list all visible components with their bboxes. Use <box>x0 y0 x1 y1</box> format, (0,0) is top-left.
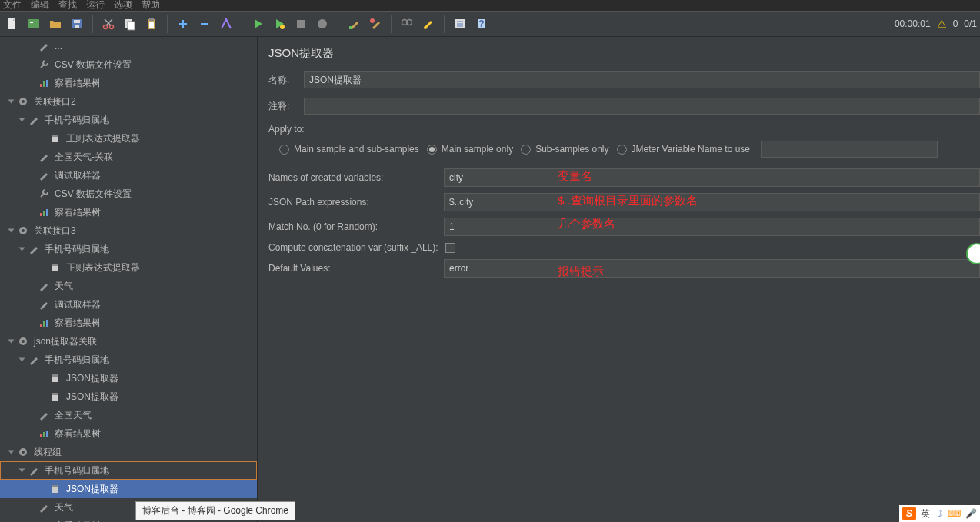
start-icon[interactable] <box>248 15 267 33</box>
tree-item[interactable]: 正则表达式提取器 <box>0 129 257 148</box>
comment-input[interactable] <box>304 98 980 115</box>
chevron-icon[interactable] <box>27 42 36 51</box>
chevron-icon[interactable] <box>38 484 48 494</box>
tree-item[interactable]: 正则表达式提取器 <box>0 258 257 277</box>
jmeter-var-input[interactable] <box>761 141 938 158</box>
sogou-icon[interactable]: S <box>902 507 916 520</box>
start-no-pause-icon[interactable] <box>270 15 288 33</box>
tree-item[interactable]: 手机号码归属地 <box>0 351 257 369</box>
menu-item[interactable]: 运行 <box>86 0 105 11</box>
chevron-icon[interactable] <box>6 337 15 346</box>
chevron-icon[interactable] <box>27 503 36 512</box>
ime-lang[interactable]: 英 <box>921 507 930 520</box>
ime-bar[interactable]: S 英 ☽ ⌨ 🎤 <box>899 505 980 522</box>
tree-item[interactable]: 察看结果树 <box>0 74 257 92</box>
toggle-icon[interactable] <box>217 15 235 33</box>
chevron-icon[interactable] <box>6 97 15 106</box>
cut-icon[interactable] <box>99 15 118 33</box>
menu-item[interactable]: 帮助 <box>142 0 160 11</box>
tree-item[interactable]: 关联接口3 <box>0 221 257 240</box>
chevron-icon[interactable] <box>27 411 36 420</box>
clear-icon[interactable] <box>345 15 363 33</box>
reset-search-icon[interactable] <box>419 15 438 33</box>
name-input[interactable] <box>304 71 980 88</box>
chevron-icon[interactable] <box>6 226 15 235</box>
chevron-icon[interactable] <box>27 300 36 309</box>
radio-main-sub[interactable]: Main sample and sub-samples <box>279 144 419 155</box>
menu-item[interactable]: 编辑 <box>31 0 49 11</box>
chevron-icon[interactable] <box>38 392 48 401</box>
tree-item[interactable]: 手机号码归属地 <box>0 461 257 480</box>
tree-item[interactable]: CSV 数据文件设置 <box>0 55 257 74</box>
radio-main-only[interactable]: Main sample only <box>427 144 513 155</box>
stop-icon[interactable] <box>292 15 310 33</box>
default-values-input[interactable] <box>444 259 980 278</box>
chevron-icon[interactable] <box>27 281 36 291</box>
chevron-icon[interactable] <box>17 115 26 125</box>
clear-all-icon[interactable] <box>366 15 385 33</box>
paste-icon[interactable] <box>142 15 161 33</box>
chevron-icon[interactable] <box>38 374 48 383</box>
new-file-icon[interactable] <box>3 15 22 33</box>
chevron-icon[interactable] <box>17 355 26 364</box>
copy-icon[interactable] <box>121 15 139 33</box>
json-path-input[interactable] <box>444 193 980 211</box>
chevron-icon[interactable] <box>27 429 36 438</box>
tree-item[interactable]: 关联接口2 <box>0 92 257 111</box>
mic-icon[interactable]: 🎤 <box>965 508 977 519</box>
collapse-icon[interactable] <box>195 15 214 33</box>
chevron-icon[interactable] <box>27 171 36 180</box>
keyboard-icon[interactable]: ⌨ <box>948 508 961 519</box>
tree-item[interactable]: 察看结果树 <box>0 203 257 221</box>
tree-item[interactable]: json提取器关联 <box>0 332 257 351</box>
menu-item[interactable]: 查找 <box>58 0 77 11</box>
tree-item[interactable]: ... <box>0 37 257 55</box>
chevron-icon[interactable] <box>17 466 26 475</box>
menubar[interactable]: 文件 编辑 查找 运行 选项 帮助 <box>0 0 980 11</box>
chevron-icon[interactable] <box>27 60 36 69</box>
chevron-icon[interactable] <box>38 263 48 272</box>
radio-jmeter-var[interactable]: JMeter Variable Name to use <box>617 144 751 155</box>
chevron-icon[interactable] <box>17 244 26 254</box>
open-folder-icon[interactable] <box>46 15 65 33</box>
tree-item[interactable]: 察看结果树 <box>0 314 257 332</box>
tree-item[interactable]: 手机号码归属地 <box>0 240 257 258</box>
match-no-input[interactable] <box>444 218 980 236</box>
tree-item[interactable]: 全国天气 <box>0 406 257 424</box>
tree-item[interactable]: 调试取样器 <box>0 295 257 314</box>
shutdown-icon[interactable] <box>313 15 332 33</box>
test-plan-tree[interactable]: ...CSV 数据文件设置察看结果树关联接口2手机号码归属地正则表达式提取器全国… <box>0 37 258 522</box>
templates-icon[interactable] <box>25 15 43 33</box>
pencil-icon <box>38 409 50 421</box>
tree-item[interactable]: 线程组 <box>0 443 257 461</box>
var-names-input[interactable] <box>444 168 980 187</box>
tree-item[interactable]: 天气 <box>0 277 257 295</box>
chevron-icon[interactable] <box>27 78 36 88</box>
tree-item[interactable]: CSV 数据文件设置 <box>0 185 257 203</box>
tree-item[interactable]: 手机号码归属地 <box>0 111 257 129</box>
chevron-icon[interactable] <box>6 447 15 457</box>
menu-item[interactable]: 文件 <box>3 0 22 11</box>
help-icon[interactable]: ? <box>472 15 491 33</box>
save-icon[interactable] <box>68 15 86 33</box>
expand-icon[interactable] <box>174 15 192 33</box>
chevron-icon[interactable] <box>27 208 36 217</box>
radio-sub-only[interactable]: Sub-samples only <box>521 144 608 155</box>
search-icon[interactable] <box>398 15 416 33</box>
tree-item-label: json提取器关联 <box>34 335 97 348</box>
chevron-icon[interactable] <box>38 134 48 143</box>
menu-item[interactable]: 选项 <box>114 0 132 11</box>
tree-item[interactable]: JSON提取器 <box>0 480 257 498</box>
tree-item[interactable]: 调试取样器 <box>0 166 257 185</box>
chevron-icon[interactable] <box>27 189 36 198</box>
warning-icon[interactable]: ⚠ <box>937 18 947 30</box>
chevron-icon[interactable] <box>27 152 36 161</box>
tree-item[interactable]: JSON提取器 <box>0 369 257 387</box>
concat-checkbox[interactable] <box>445 243 455 253</box>
function-helper-icon[interactable] <box>451 15 469 33</box>
tree-item[interactable]: JSON提取器 <box>0 387 257 406</box>
moon-icon[interactable]: ☽ <box>935 508 943 519</box>
chevron-icon[interactable] <box>27 318 36 327</box>
tree-item[interactable]: 全国天气-关联 <box>0 148 257 166</box>
tree-item[interactable]: 察看结果树 <box>0 424 257 443</box>
